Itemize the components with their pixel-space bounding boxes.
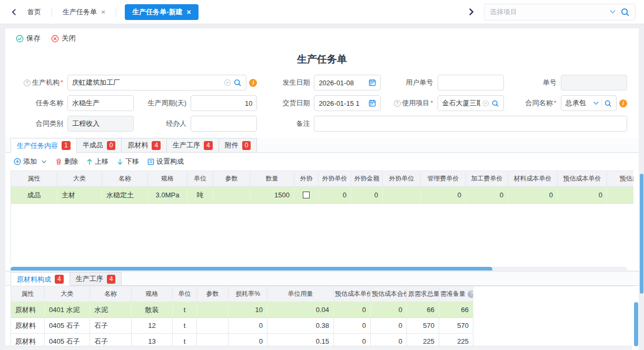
column-header[interactable]: 数量 bbox=[250, 171, 294, 187]
vertical-scrollbar-thumb[interactable] bbox=[634, 302, 638, 346]
chevron-down-icon[interactable] bbox=[593, 100, 599, 106]
column-header[interactable]: 大类 bbox=[45, 286, 90, 302]
cell[interactable]: 主材 bbox=[57, 187, 102, 204]
cell[interactable] bbox=[197, 318, 229, 334]
cell[interactable]: 散装 bbox=[132, 302, 173, 318]
tab-raw-materials[interactable]: 原材料4 bbox=[122, 138, 167, 152]
clear-icon[interactable] bbox=[224, 79, 231, 86]
cell[interactable]: t bbox=[173, 318, 197, 334]
table-row[interactable]: 原材料0405 石子石子12t00.3800570570 bbox=[11, 318, 633, 334]
column-header[interactable]: 参数 bbox=[197, 286, 229, 302]
column-header[interactable]: 单位用量 bbox=[267, 286, 334, 302]
column-header[interactable]: 大类 bbox=[57, 171, 102, 187]
info-icon[interactable]: i bbox=[249, 79, 257, 87]
table-row[interactable]: 成品主材水稳定土3.0MPa吨1500000000 bbox=[11, 187, 633, 204]
cell[interactable]: 0.38 bbox=[267, 318, 334, 334]
cell[interactable]: 水稳定土 bbox=[102, 187, 148, 204]
tabs-scroll-right-icon[interactable] bbox=[465, 6, 477, 18]
cell[interactable] bbox=[213, 187, 250, 204]
cell[interactable]: 0 bbox=[319, 187, 351, 204]
cell[interactable] bbox=[197, 302, 229, 318]
tab-material-composition[interactable]: 原材料构成4 bbox=[11, 272, 70, 286]
scrollbar-thumb[interactable] bbox=[11, 267, 492, 271]
move-up-button[interactable]: 上移 bbox=[86, 157, 108, 166]
cell[interactable]: 0 bbox=[371, 302, 407, 318]
delete-button[interactable]: 删除 bbox=[55, 157, 78, 166]
user-no-input[interactable] bbox=[438, 75, 504, 91]
table-row[interactable]: 原材料0401 水泥水泥散装t100.04006666 bbox=[11, 302, 633, 318]
cell[interactable]: 0.04 bbox=[267, 302, 334, 318]
column-header[interactable]: 规格 bbox=[132, 286, 173, 302]
cell[interactable]: 成品 bbox=[11, 187, 57, 204]
cell[interactable] bbox=[607, 187, 633, 204]
cell[interactable]: 1500 bbox=[250, 187, 294, 204]
cell[interactable]: 0405 石子 bbox=[45, 318, 90, 334]
column-header[interactable]: 预估成本合价 bbox=[371, 286, 407, 302]
column-header[interactable]: 单位 bbox=[187, 171, 213, 187]
cell[interactable]: 原材料 bbox=[11, 302, 45, 318]
save-button[interactable]: 保存 bbox=[16, 34, 41, 43]
info-icon[interactable]: i bbox=[619, 99, 627, 107]
cell[interactable] bbox=[294, 187, 319, 204]
cell[interactable]: t bbox=[173, 302, 197, 318]
cell[interactable]: 0 bbox=[334, 318, 371, 334]
column-header[interactable]: 名称 bbox=[102, 171, 148, 187]
cell[interactable]: 0401 水泥 bbox=[45, 302, 90, 318]
cell[interactable]: 0 bbox=[371, 318, 407, 334]
cell[interactable]: 水泥 bbox=[90, 302, 132, 318]
cell[interactable]: 0 bbox=[508, 187, 558, 204]
column-header[interactable]: 外协单位 bbox=[383, 171, 421, 187]
outsource-checkbox[interactable] bbox=[303, 192, 310, 198]
help-icon[interactable]: ? bbox=[394, 100, 401, 107]
cell[interactable]: 石子 bbox=[90, 318, 132, 334]
search-icon[interactable] bbox=[233, 78, 242, 87]
search-icon[interactable] bbox=[620, 7, 630, 17]
cell[interactable]: 12 bbox=[132, 318, 173, 334]
cycle-input[interactable]: 10 bbox=[191, 95, 257, 111]
column-header[interactable]: 参数 bbox=[213, 171, 250, 187]
cell[interactable]: 0 bbox=[466, 187, 508, 204]
column-header[interactable]: 需准备量? bbox=[439, 286, 473, 302]
calendar-icon[interactable] bbox=[369, 79, 376, 86]
tab-task-content[interactable]: 生产任务内容1 bbox=[11, 138, 77, 153]
cell[interactable]: 570 bbox=[407, 318, 439, 334]
column-header[interactable]: 规格 bbox=[148, 171, 187, 187]
column-header[interactable]: 属性 bbox=[11, 286, 45, 302]
remark-input[interactable] bbox=[314, 116, 627, 132]
org-input[interactable]: 庆虹建筑加工厂 bbox=[67, 75, 246, 91]
cell[interactable]: 66 bbox=[439, 302, 473, 318]
project-input[interactable]: 金石大厦三期 bbox=[438, 95, 504, 111]
tab-attachments[interactable]: 附件0 bbox=[219, 138, 257, 152]
cell[interactable]: 570 bbox=[439, 318, 473, 334]
column-header[interactable]: 外协单价 bbox=[319, 171, 351, 187]
column-header[interactable]: 原需求总量 bbox=[407, 286, 439, 302]
contract-name-select[interactable]: 总承包 bbox=[561, 95, 617, 111]
cell[interactable]: 0 bbox=[334, 302, 371, 318]
cell[interactable]: 3.0MPa bbox=[148, 187, 187, 204]
cell[interactable]: 原材料 bbox=[11, 318, 45, 334]
column-header[interactable]: 单位 bbox=[173, 286, 197, 302]
cell[interactable]: 0 bbox=[229, 318, 267, 334]
help-icon[interactable]: ? bbox=[24, 79, 31, 86]
chevron-down-icon[interactable] bbox=[609, 8, 616, 15]
cell[interactable]: 0 bbox=[351, 187, 383, 204]
column-header[interactable]: 外协金额 bbox=[351, 171, 383, 187]
column-header[interactable]: 属性 bbox=[11, 171, 57, 187]
close-button[interactable]: 关闭 bbox=[51, 34, 76, 43]
tab-production-task-new[interactable]: 生产任务单-新建 × bbox=[125, 4, 199, 20]
column-header[interactable]: 材料成本单价 bbox=[508, 171, 558, 187]
tab-home[interactable]: 首页 bbox=[20, 4, 48, 20]
tabs-scroll-left-icon[interactable] bbox=[8, 6, 20, 18]
column-header[interactable]: 损耗率% bbox=[229, 286, 267, 302]
column-header[interactable]: 管理费单价 bbox=[421, 171, 466, 187]
tab-production-task-list[interactable]: 生产任务单 × bbox=[55, 4, 113, 20]
handler-input[interactable] bbox=[191, 116, 257, 132]
cell[interactable]: 0 bbox=[558, 187, 607, 204]
cell[interactable]: 66 bbox=[407, 302, 439, 318]
issue-date-input[interactable]: 2026-01-08 bbox=[314, 75, 380, 91]
add-button[interactable]: 添加 bbox=[14, 157, 47, 166]
column-header[interactable]: 预估成本单价 bbox=[558, 171, 607, 187]
column-header[interactable]: 外协 bbox=[294, 171, 319, 187]
project-select[interactable] bbox=[484, 4, 636, 21]
project-select-input[interactable] bbox=[490, 8, 609, 16]
